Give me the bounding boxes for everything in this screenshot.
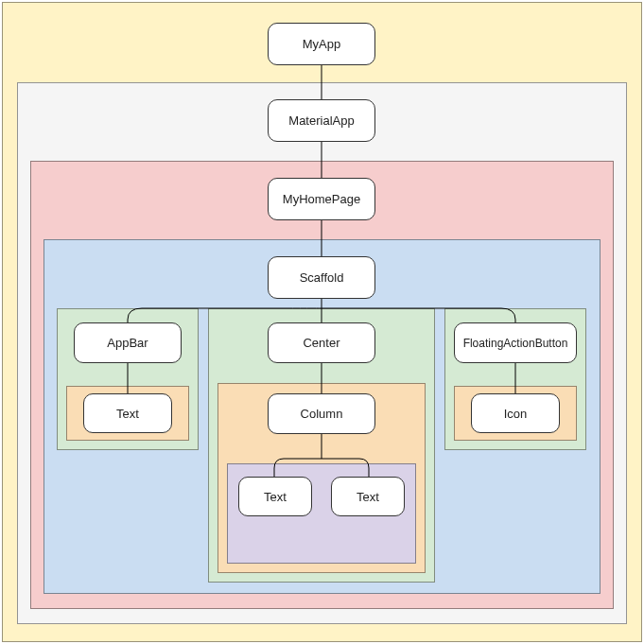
node-text-left: Text (238, 477, 312, 516)
node-scaffold: Scaffold (268, 256, 375, 299)
node-label: MaterialApp (288, 113, 354, 128)
node-label: Scaffold (300, 270, 344, 285)
node-label: Text (264, 490, 287, 504)
node-label: Text (357, 490, 379, 504)
node-icon: Icon (471, 393, 560, 433)
node-label: Center (303, 336, 339, 350)
node-label: FloatingActionButton (463, 337, 568, 350)
node-label: AppBar (107, 336, 148, 350)
node-label: Column (301, 407, 343, 421)
node-label: Icon (504, 407, 528, 421)
node-label: MyApp (303, 37, 340, 51)
node-appbar: AppBar (74, 322, 182, 363)
node-fab: FloatingActionButton (454, 322, 577, 363)
node-myapp: MyApp (268, 23, 375, 65)
node-label: MyHomePage (283, 192, 360, 206)
node-text-right: Text (331, 477, 405, 516)
node-column: Column (268, 393, 375, 434)
node-center: Center (268, 322, 375, 363)
node-myhomepage: MyHomePage (268, 178, 375, 220)
node-label: Text (116, 407, 139, 421)
node-materialapp: MaterialApp (268, 99, 375, 142)
node-text-appbar: Text (83, 393, 172, 433)
